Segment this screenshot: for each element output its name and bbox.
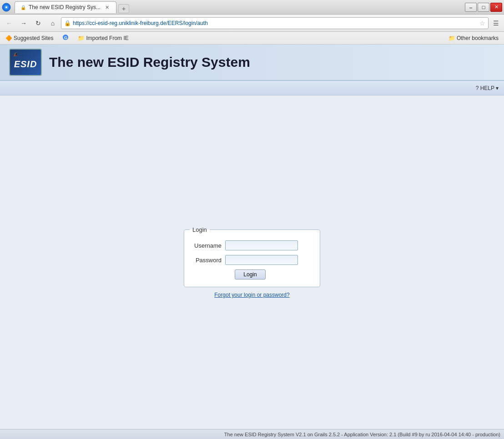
app-title: The new ESID Registry System (49, 55, 250, 70)
browser-window: 🔒 The new ESID Registry Sys... ✕ + – □ ✕… (0, 0, 504, 439)
new-tab-button[interactable]: + (118, 4, 129, 13)
maximize-button[interactable]: □ (478, 3, 489, 12)
status-bar: The new ESID Registry System V2.1 on Gra… (0, 429, 504, 439)
address-bar: 🔒 ☆ (61, 17, 489, 29)
tab-title: The new ESID Registry Sys... (29, 4, 101, 10)
home-button[interactable]: ⌂ (46, 17, 59, 29)
active-tab[interactable]: 🔒 The new ESID Registry Sys... ✕ (15, 1, 116, 13)
password-row: Password (190, 255, 311, 265)
help-chevron-icon: ▾ (496, 85, 499, 91)
google-bookmark[interactable]: G (60, 33, 71, 43)
password-input[interactable] (225, 255, 298, 265)
logo-text: ESID (14, 59, 37, 70)
forgot-password-link[interactable]: Forgot your login or password? (214, 292, 289, 298)
ssl-lock-icon: 🔒 (64, 20, 71, 26)
status-text: The new ESID Registry System V2.1 on Gra… (224, 432, 500, 437)
window-controls: – □ ✕ (465, 3, 502, 12)
back-button[interactable]: ← (3, 17, 15, 29)
username-row: Username (190, 240, 311, 250)
svg-point-2 (5, 6, 7, 8)
svg-text:G: G (64, 35, 67, 40)
login-container: Login Username Password Login Forgot you… (184, 226, 320, 298)
tab-close-button[interactable]: ✕ (103, 4, 111, 11)
app-toolbar: ? HELP ▾ (0, 81, 504, 95)
tab-favicon: 🔒 (20, 5, 26, 10)
tab-bar: 🔒 The new ESID Registry Sys... ✕ + (15, 1, 129, 13)
webpage: 🎩 ESID The new ESID Registry System ? HE… (0, 45, 504, 439)
minimize-button[interactable]: – (465, 3, 477, 12)
nav-bar: ← → ↻ ⌂ 🔒 ☆ ☰ (0, 15, 504, 32)
suggested-sites-bookmark[interactable]: 🔶 Suggested Sites (3, 34, 56, 42)
password-label: Password (190, 257, 222, 264)
title-bar-left: 🔒 The new ESID Registry Sys... ✕ + (2, 1, 465, 13)
folder-icon: 📁 (78, 35, 85, 41)
other-bookmarks[interactable]: 📁 Other bookmarks (446, 34, 501, 42)
title-bar: 🔒 The new ESID Registry Sys... ✕ + – □ ✕ (0, 0, 504, 15)
close-button[interactable]: ✕ (490, 3, 502, 12)
suggested-sites-icon: 🔶 (5, 35, 12, 41)
login-legend: Login (190, 226, 210, 233)
login-button[interactable]: Login (235, 269, 265, 279)
imported-from-ie-bookmark[interactable]: 📁 Imported From IE (75, 34, 131, 42)
google-icon: G (62, 34, 69, 42)
login-fieldset: Login Username Password Login (184, 226, 320, 287)
suggested-sites-label: Suggested Sites (14, 35, 53, 41)
username-input[interactable] (225, 240, 298, 250)
bookmark-star-icon[interactable]: ☆ (479, 20, 485, 27)
forward-button[interactable]: → (17, 17, 30, 29)
esid-logo: 🎩 ESID (9, 49, 42, 76)
page-content: Login Username Password Login Forgot you… (0, 95, 504, 429)
imported-from-ie-label: Imported From IE (86, 35, 128, 41)
url-input[interactable] (73, 20, 478, 26)
app-header: 🎩 ESID The new ESID Registry System (0, 45, 504, 81)
bookmarks-bar: 🔶 Suggested Sites G 📁 Imported From IE 📁… (0, 32, 504, 45)
help-label: ? HELP (476, 85, 494, 91)
other-bookmarks-icon: 📁 (449, 35, 455, 41)
refresh-button[interactable]: ↻ (32, 17, 45, 29)
login-button-row: Login (190, 269, 311, 279)
browser-menu-button[interactable]: ☰ (490, 17, 501, 29)
username-label: Username (190, 242, 222, 249)
browser-icon (2, 3, 11, 12)
help-button[interactable]: ? HELP ▾ (476, 85, 499, 91)
other-bookmarks-label: Other bookmarks (457, 35, 499, 41)
